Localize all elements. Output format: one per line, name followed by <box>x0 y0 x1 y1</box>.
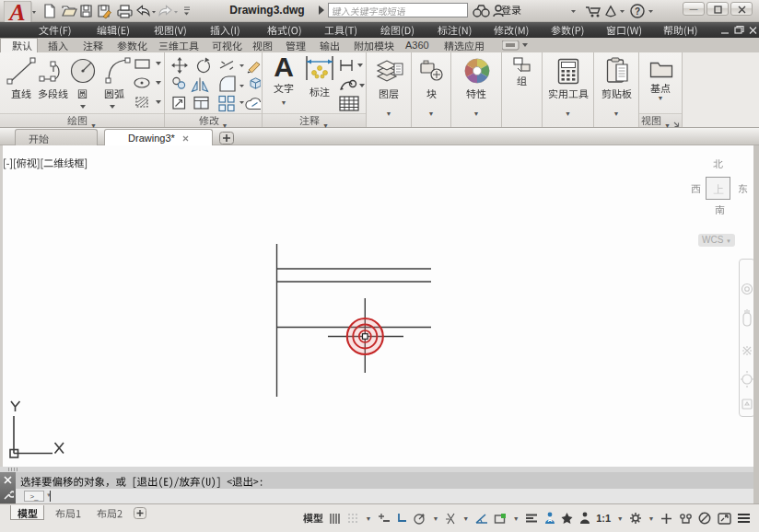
svg-text:A: A <box>7 1 25 24</box>
svg-text:?: ? <box>635 6 640 17</box>
svg-text:A: A <box>547 516 552 523</box>
